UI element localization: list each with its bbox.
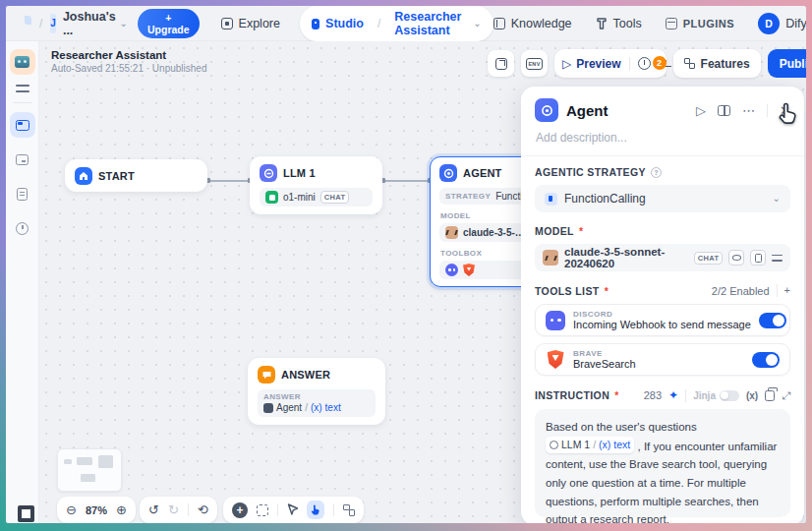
description-input[interactable]: Add description... (536, 131, 790, 145)
play-icon: ▷ (562, 57, 571, 71)
select-area-button[interactable] (257, 504, 268, 516)
nav-plugins[interactable]: PLUGINS (666, 18, 734, 30)
features-button[interactable]: Features (673, 49, 761, 78)
mouse-hand-cursor (775, 100, 800, 132)
features-label: Features (701, 57, 750, 71)
account-menu[interactable]: D Dify ⌄ (758, 13, 806, 34)
strategy-value: FunctionCalling (564, 192, 646, 206)
anthropic-icon (543, 250, 558, 266)
change-history-button[interactable]: ⟲ (198, 503, 208, 516)
zoom-in-button[interactable]: ⊕ (116, 503, 127, 516)
instruction-text: Based on the user's questions (546, 421, 697, 433)
user-avatar[interactable]: D (758, 13, 780, 34)
brave-icon (463, 264, 475, 276)
node-start[interactable]: START (65, 159, 207, 192)
zoom-out-button[interactable]: ⊖ (66, 503, 77, 516)
instruction-editor[interactable]: Based on the user's questions LLM 1/(x)t… (535, 409, 790, 517)
variable-chip[interactable]: LLM 1/(x)text (546, 437, 634, 453)
zoom-controls: ⊖ 87% ⊕ (57, 497, 136, 523)
app-icon[interactable] (10, 49, 35, 75)
sidebar-item-monitoring[interactable] (10, 215, 35, 241)
pointer-tool-button[interactable] (287, 503, 298, 516)
sidebar-item-preview[interactable] (10, 147, 35, 172)
chevron-down-icon[interactable]: ⌄ (473, 19, 481, 29)
version-history-icon[interactable] (638, 57, 651, 70)
preview-button[interactable]: ▷ Preview (562, 57, 621, 71)
chevron-down-icon: ⌄ (773, 194, 781, 204)
help-icon[interactable]: ? (651, 167, 662, 178)
upgrade-button[interactable]: + Upgrade (138, 9, 200, 38)
studio-breadcrumb-pill[interactable]: Studio / Researcher Assistant ⌄ (300, 6, 493, 41)
ref-separator: / (305, 402, 308, 413)
checklist-count-badge: 2 (653, 56, 667, 70)
open-in-split-icon[interactable] (718, 105, 730, 116)
logs-icon (17, 188, 28, 201)
zoom-level[interactable]: 87% (86, 504, 107, 516)
sidebar-item-orchestrate[interactable] (10, 112, 35, 138)
llm-ref-icon (550, 441, 558, 449)
chevron-down-icon[interactable]: ⌄ (120, 19, 128, 29)
add-node-button[interactable]: + (232, 502, 248, 518)
node-llm-title: LLM 1 (283, 167, 316, 179)
divider (333, 503, 334, 516)
tool-toggle-discord[interactable] (759, 313, 786, 328)
tool-name: Incoming Webhook to send message (573, 319, 751, 330)
answer-ref-node: Agent (276, 402, 302, 413)
preview-label: Preview (576, 57, 620, 71)
tools-enabled-count: 2/2 Enabled (712, 285, 770, 297)
node-llm[interactable]: LLM 1 o1-mini CHAT (250, 156, 382, 214)
jinja-toggle[interactable] (720, 390, 739, 401)
redo-button[interactable]: ↻ (168, 503, 179, 516)
tool-toggle-brave[interactable] (752, 352, 780, 368)
node-answer[interactable]: ANSWER ANSWER Agent / (x) text (248, 358, 385, 425)
copy-icon[interactable] (765, 390, 775, 401)
left-sidebar (6, 41, 39, 523)
undo-button[interactable]: ↺ (148, 503, 159, 516)
top-nav: / J Joshua's ... ⌄ + Upgrade Explore Stu… (6, 6, 806, 41)
jinja-toggle-group[interactable]: Jinja (693, 390, 739, 401)
clock-icon (16, 222, 29, 235)
sidebar-item-logs[interactable] (10, 181, 35, 206)
tool-card-discord[interactable]: DISCORD Incoming Webhook to send message (535, 304, 790, 336)
minimap[interactable] (57, 448, 122, 492)
organize-nodes-button[interactable] (343, 504, 355, 516)
current-app-name[interactable]: Researcher Assistant (394, 10, 467, 37)
breadcrumb-separator: / (377, 17, 380, 30)
variable-glyph: (x) (599, 437, 610, 453)
publish-button[interactable]: Publish ⌄ (768, 49, 806, 78)
divider (685, 389, 686, 402)
agentic-strategy-select[interactable]: FunctionCalling ⌄ (535, 185, 790, 212)
model-select[interactable]: claude-3-5-sonnet-20240620 CHAT (535, 244, 790, 271)
insert-variable-button[interactable]: (x) (746, 390, 758, 401)
add-tool-button[interactable]: + (784, 285, 790, 296)
tool-card-brave[interactable]: BRAVE BraveSearch (535, 343, 790, 376)
nav-tools[interactable]: Tools (596, 17, 642, 30)
user-name: Dify (785, 17, 806, 30)
screen-capture-indicator (18, 505, 34, 522)
canvas-tools: + (223, 497, 364, 523)
knowledge-icon (493, 18, 505, 30)
robot-icon (15, 56, 29, 68)
workspace-name[interactable]: Joshua's ... (63, 10, 116, 37)
plugins-icon (666, 18, 677, 30)
hand-tool-button[interactable] (307, 501, 324, 519)
studio-label[interactable]: Studio (325, 17, 364, 30)
model-parameters-icon[interactable] (772, 253, 783, 264)
nav-knowledge[interactable]: Knowledge (493, 17, 572, 30)
anthropic-icon (445, 226, 458, 239)
generate-icon[interactable]: ✦ (668, 388, 678, 402)
expand-icon[interactable]: ⤢ (782, 389, 790, 402)
instruction-char-count: 283 (644, 389, 662, 401)
run-node-button[interactable]: ▷ (696, 103, 706, 118)
app-settings-icon[interactable] (16, 84, 29, 93)
agent-config-panel: Agent ▷ ⋯ ✕ Add description... AGENTIC S… (521, 87, 804, 523)
more-menu-button[interactable]: ⋯ (742, 103, 755, 118)
divider (13, 102, 32, 103)
export-button[interactable] (488, 50, 514, 77)
explore-icon (221, 18, 233, 30)
workspace-avatar[interactable]: J (50, 14, 56, 33)
tools-label: Tools (613, 17, 642, 30)
env-variables-button[interactable]: ENV (521, 50, 548, 77)
app-save-status: Auto-Saved 21:55:21 · Unpublished (51, 63, 206, 74)
nav-explore[interactable]: Explore (221, 17, 280, 30)
